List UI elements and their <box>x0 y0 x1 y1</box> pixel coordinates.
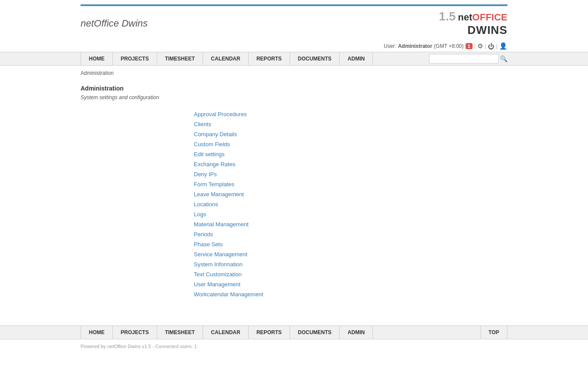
admin-link-logs[interactable]: Logs <box>194 209 507 219</box>
admin-link-phase-sets[interactable]: Phase Sets <box>194 239 507 249</box>
page-subtitle: System settings and configuration <box>81 94 507 101</box>
separator-1: | <box>474 43 476 49</box>
nav-links: HOMEPROJECTSTIMESHEETCALENDARREPORTSDOCU… <box>81 52 373 65</box>
top-anchor[interactable]: TOP <box>480 326 507 339</box>
admin-link-clients[interactable]: Clients <box>194 119 507 129</box>
admin-link-periods[interactable]: Periods <box>194 229 507 239</box>
admin-links-list: Approval ProceduresClientsCompany Detail… <box>194 109 507 299</box>
admin-link-text-customization[interactable]: Text Customization <box>194 269 507 279</box>
header: netOffice Dwins 1.5 netOFFICE DWINS <box>0 6 588 40</box>
brand-dwins: DWINS <box>467 23 507 37</box>
admin-link-exchange-rates[interactable]: Exchange Rates <box>194 159 507 169</box>
nav-item-timesheet[interactable]: TIMESHEET <box>157 52 203 65</box>
search-box: 🔍 <box>429 54 507 64</box>
nav-item-admin[interactable]: ADMIN <box>340 52 373 65</box>
user-bar: User: Administrator (GMT +8:00) 1 | ⚙ | … <box>0 40 588 52</box>
admin-link-system-information[interactable]: System Information <box>194 259 507 269</box>
search-input[interactable] <box>429 54 499 64</box>
page-title: Administration <box>81 85 507 92</box>
brand-prefix: net <box>458 12 472 23</box>
admin-link-workcalendar-management[interactable]: Workcalendar Management <box>194 289 507 299</box>
bottom-nav-links: HOMEPROJECTSTIMESHEETCALENDARREPORTSDOCU… <box>81 326 373 339</box>
main-content: Administration System settings and confi… <box>0 80 588 308</box>
separator-3: | <box>496 43 497 49</box>
top-nav: HOMEPROJECTSTIMESHEETCALENDARREPORTSDOCU… <box>0 52 588 66</box>
user-icon[interactable]: 👤 <box>499 42 507 50</box>
logo-text: netOffice Dwins <box>81 18 148 29</box>
admin-link-locations[interactable]: Locations <box>194 199 507 209</box>
breadcrumb: Administration <box>0 66 588 80</box>
bottom-nav-item-reports[interactable]: REPORTS <box>249 326 290 339</box>
admin-link-company-details[interactable]: Company Details <box>194 129 507 139</box>
bottom-nav-item-timesheet[interactable]: TIMESHEET <box>157 326 203 339</box>
brand-name: netOFFICE <box>458 12 507 23</box>
bottom-nav-item-home[interactable]: HOME <box>81 326 113 339</box>
bottom-nav: HOMEPROJECTSTIMESHEETCALENDARREPORTSDOCU… <box>0 325 588 339</box>
admin-link-service-management[interactable]: Service Management <box>194 249 507 259</box>
footer: Powered by netOffice Dwins v1.5 - Connec… <box>0 339 588 353</box>
power-icon[interactable]: ⏻ <box>488 43 494 50</box>
brand-office: OFFICE <box>472 12 507 23</box>
footer-text: Powered by netOffice Dwins v1.5 - Connec… <box>81 344 197 349</box>
separator-2: | <box>485 43 486 49</box>
bottom-nav-item-projects[interactable]: PROJECTS <box>113 326 157 339</box>
bottom-nav-item-calendar[interactable]: CALENDAR <box>203 326 248 339</box>
nav-item-reports[interactable]: REPORTS <box>249 52 290 65</box>
bottom-nav-item-documents[interactable]: DOCUMENTS <box>290 326 340 339</box>
bottom-nav-item-admin[interactable]: ADMIN <box>340 326 373 339</box>
notification-badge[interactable]: 1 <box>466 43 473 49</box>
admin-link-approval-procedures[interactable]: Approval Procedures <box>194 109 507 119</box>
nav-item-documents[interactable]: DOCUMENTS <box>290 52 340 65</box>
admin-link-edit-settings[interactable]: Edit settings <box>194 149 507 159</box>
version-number: 1.5 <box>439 10 456 23</box>
admin-link-form-templates[interactable]: Form Templates <box>194 179 507 189</box>
admin-link-custom-fields[interactable]: Custom Fields <box>194 139 507 149</box>
nav-item-home[interactable]: HOME <box>81 52 113 65</box>
timezone: (GMT +8:00) <box>434 43 463 49</box>
top-link[interactable]: TOP <box>480 326 507 339</box>
nav-item-calendar[interactable]: CALENDAR <box>203 52 248 65</box>
settings-icon[interactable]: ⚙ <box>477 42 483 50</box>
user-label: User: <box>384 43 396 49</box>
search-button[interactable]: 🔍 <box>500 55 507 62</box>
admin-link-user-management[interactable]: User Management <box>194 279 507 289</box>
admin-link-leave-management[interactable]: Leave Management <box>194 189 507 199</box>
admin-link-material-management[interactable]: Material Management <box>194 219 507 229</box>
nav-item-projects[interactable]: PROJECTS <box>113 52 157 65</box>
username: Administrator <box>398 43 433 49</box>
logo-right: 1.5 netOFFICE DWINS <box>439 10 507 37</box>
admin-link-deny-ips[interactable]: Deny IPs <box>194 169 507 179</box>
